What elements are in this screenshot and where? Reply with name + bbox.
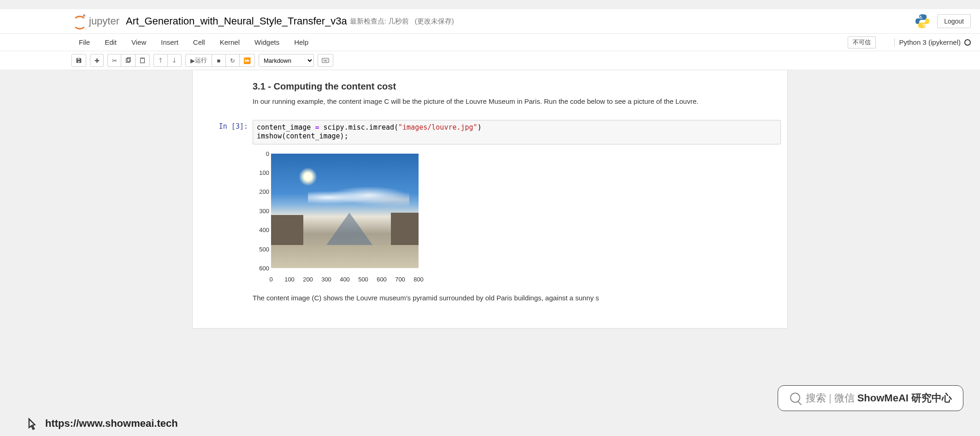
kernel-name[interactable]: Python 3 (ipykernel) [894, 38, 971, 46]
svg-rect-8 [324, 61, 327, 61]
header-bar: jupyter Art_Generation_with_Neural_Style… [0, 9, 980, 34]
svg-rect-4 [322, 58, 329, 63]
python-icon [914, 13, 931, 30]
move-down-button[interactable]: 🡓 [168, 54, 182, 67]
jupyter-icon [71, 14, 85, 28]
y-tick: 200 [253, 188, 269, 195]
markdown-cell[interactable]: The content image (C) shows the Louvre m… [193, 287, 787, 310]
menu-kernel[interactable]: Kernel [213, 34, 247, 51]
svg-rect-7 [327, 60, 328, 60]
y-tick: 500 [253, 245, 269, 252]
y-tick: 400 [253, 226, 269, 233]
menu-help[interactable]: Help [287, 34, 316, 51]
x-tick: 300 [321, 276, 331, 283]
restart-button[interactable]: ↻ [226, 54, 240, 67]
y-tick: 100 [253, 169, 269, 176]
paragraph: The content image (C) shows the Louvre m… [253, 293, 781, 304]
x-tick: 400 [340, 276, 350, 283]
logo-text: jupyter [89, 15, 119, 27]
code-cell[interactable]: In [3]: content_image = scipy.misc.imrea… [199, 120, 781, 144]
svg-rect-6 [325, 60, 326, 60]
x-tick: 100 [284, 276, 295, 283]
cut-button[interactable]: ✂ [107, 54, 121, 67]
move-up-button[interactable]: 🡑 [153, 54, 168, 67]
menu-file[interactable]: File [71, 34, 97, 51]
y-tick: 600 [253, 264, 269, 271]
menu-insert[interactable]: Insert [153, 34, 186, 51]
menu-view[interactable]: View [124, 34, 153, 51]
menu-widgets[interactable]: Widgets [247, 34, 287, 51]
matplotlib-plot: 0 100 200 300 400 500 600 0 100 200 300 … [253, 151, 423, 280]
menu-cell[interactable]: Cell [186, 34, 213, 51]
command-palette-button[interactable] [318, 54, 333, 67]
paragraph: In our running example, the content imag… [253, 96, 781, 107]
x-tick: 600 [377, 276, 387, 283]
fast-forward-button[interactable]: ⏩ [240, 54, 255, 67]
code-input[interactable]: content_image = scipy.misc.imread("image… [253, 120, 781, 144]
search-icon [789, 392, 802, 393]
kernel-status-icon [964, 39, 971, 46]
svg-rect-3 [142, 58, 143, 59]
watermark-brand: ShowMeAI 研究中心 [857, 391, 952, 393]
add-cell-button[interactable]: ✚ [90, 54, 104, 67]
watermark-badge: 搜索 | 微信 ShowMeAI 研究中心 [778, 385, 963, 393]
notebook-title[interactable]: Art_Generation_with_Neural_Style_Transfe… [126, 15, 347, 27]
watermark-wechat-label: 微信 [834, 391, 855, 393]
svg-rect-5 [323, 60, 324, 60]
jupyter-logo[interactable]: jupyter [71, 14, 119, 28]
stop-button[interactable]: ■ [212, 54, 226, 67]
x-tick: 0 [269, 276, 272, 283]
trust-badge[interactable]: 不可信 [848, 36, 876, 48]
y-tick: 300 [253, 207, 269, 214]
y-tick: 0 [253, 150, 269, 157]
menu-edit[interactable]: Edit [97, 34, 124, 51]
paste-button[interactable] [136, 54, 150, 67]
menubar: File Edit View Insert Cell Kernel Widget… [0, 34, 980, 51]
toolbar: ✚ ✂ 🡑 🡓 ▶ 运行 ■ ↻ ⏩ Markdown [0, 51, 980, 70]
cell-type-select[interactable]: Markdown [259, 54, 314, 67]
section-heading: 3.1 - Computing the content cost [253, 81, 781, 92]
markdown-cell[interactable]: 3.1 - Computing the content cost In our … [193, 75, 787, 113]
output-cell: 0 100 200 300 400 500 600 0 100 200 300 … [199, 151, 781, 280]
checkpoint-status: 最新检查点: 几秒前 (更改未保存) [350, 17, 454, 26]
plot-image [271, 154, 419, 268]
x-tick: 500 [358, 276, 368, 283]
x-tick: 200 [303, 276, 313, 283]
x-tick: 700 [395, 276, 405, 283]
notebook-container: 3.1 - Computing the content cost In our … [193, 70, 787, 328]
save-button[interactable] [71, 54, 86, 67]
run-button[interactable]: ▶ 运行 [185, 54, 212, 67]
watermark-search-label: 搜索 [806, 391, 826, 393]
x-tick: 800 [413, 276, 424, 283]
copy-button[interactable] [121, 54, 136, 67]
logout-button[interactable]: Logout [937, 14, 971, 28]
input-prompt: In [3]: [199, 120, 253, 144]
